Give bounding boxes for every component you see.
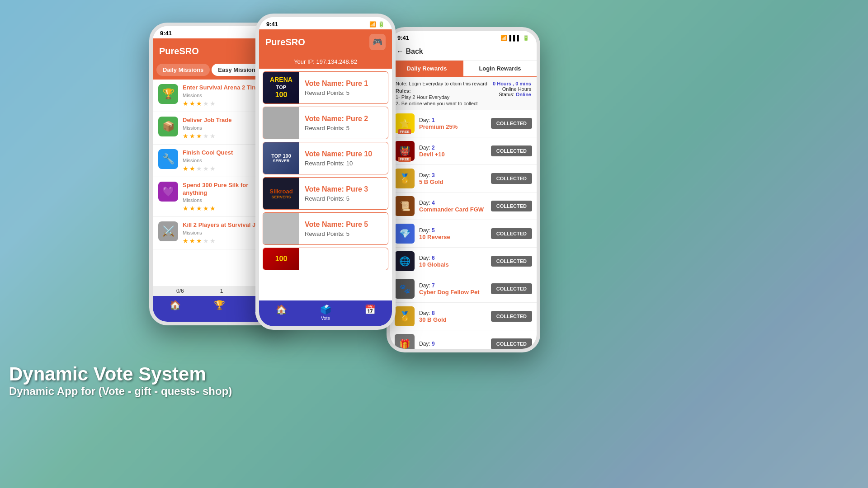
list-item[interactable]: 🥇 Day: 3 5 B Gold COLLECTED xyxy=(390,165,537,192)
list-item[interactable]: 🥇 Day: 8 30 B Gold COLLECTED xyxy=(390,303,537,330)
vote-info-1: Vote Name: Pure 1 Reward Points: 5 xyxy=(299,76,388,100)
mission-icon-2: 📦 xyxy=(158,117,178,136)
vote-name-2: Vote Name: Pure 2 xyxy=(305,115,382,123)
mission-icon-5: ⚔️ xyxy=(158,221,178,241)
list-item[interactable]: 🌐 Day: 6 10 Globals COLLECTED xyxy=(390,248,537,275)
list-item[interactable]: 🎁 Day: 9 COLLECTED xyxy=(390,330,537,349)
list-item[interactable]: 🐾 Day: 7 Cyber Dog Fellow Pet COLLECTED xyxy=(390,275,537,303)
nav-trophy-1[interactable]: 🏆 xyxy=(197,300,241,316)
status-bar-2: 9:41 📶 🔋 xyxy=(259,17,392,29)
app-header-2: PureSRO 🎮 xyxy=(259,29,392,55)
reward-name-4: Commander Card FGW xyxy=(419,206,486,213)
collected-button-8[interactable]: COLLECTED xyxy=(491,311,532,322)
nav-home-1[interactable]: 🏠 xyxy=(153,300,197,316)
status-label: Status: xyxy=(499,92,514,97)
overlay-text-container: Dynamic Vote System Dynamic App for (Vot… xyxy=(9,363,232,398)
reward-item-info-7: Day: 7 Cyber Dog Fellow Pet xyxy=(419,282,486,296)
list-item[interactable]: ⭐ FREE Day: 1 Premium 25% COLLECTED xyxy=(390,110,537,137)
collected-button-5[interactable]: COLLECTED xyxy=(491,228,532,239)
reward-icon-1: ⭐ FREE xyxy=(395,113,415,133)
status-value: Online xyxy=(516,92,531,97)
collected-button-3[interactable]: COLLECTED xyxy=(491,173,532,184)
reward-item-info-3: Day: 3 5 B Gold xyxy=(419,172,486,185)
rule-1: 1- Play 2 Hour Everyday xyxy=(396,94,487,100)
vote-name-3: Vote Name: Pure 10 xyxy=(305,150,382,158)
mission-icon-1: 🏆 xyxy=(158,84,178,104)
reward-name-5: 10 Reverse xyxy=(419,234,486,240)
vote-points-5: Reward Points: 5 xyxy=(305,230,382,237)
vote-name-5: Vote Name: Pure 5 xyxy=(305,221,382,229)
tab-login-rewards[interactable]: Login Rewards xyxy=(463,61,537,76)
header-menu-icon-2[interactable]: 🎮 xyxy=(369,34,386,50)
home-icon: 🏠 xyxy=(170,300,181,310)
reward-icon-7: 🐾 xyxy=(395,279,415,299)
vote-name-1: Vote Name: Pure 1 xyxy=(305,80,382,88)
nav-home-2[interactable]: 🏠 xyxy=(259,304,303,321)
day-label-6: Day: 6 xyxy=(419,255,486,261)
reward-name-8: 30 B Gold xyxy=(419,316,486,323)
list-item[interactable]: 📜 Day: 4 Commander Card FGW COLLECTED xyxy=(390,192,537,220)
calendar-icon: 📅 xyxy=(364,304,376,315)
list-item[interactable]: Silkroad SERVERS Vote Name: Pure 3 Rewar… xyxy=(263,177,388,210)
list-item[interactable]: TOP 100 SERVER Vote Name: Pure 10 Reward… xyxy=(263,142,388,174)
status-bar-3: 9:41 📶 ▌▌▌ 🔋 xyxy=(390,31,537,43)
nav-vote[interactable]: 🗳️ Vote xyxy=(303,304,348,321)
vote-icon: 🗳️ xyxy=(320,304,331,315)
reward-icon-3: 🥇 xyxy=(395,169,415,188)
rewards-list: ⭐ FREE Day: 1 Premium 25% COLLECTED 👹 FR… xyxy=(390,110,537,349)
time-3: 9:41 xyxy=(397,34,409,41)
note-text: Note: Login Everyday to claim this rewar… xyxy=(396,81,487,86)
reward-icon-2: 👹 FREE xyxy=(395,141,415,161)
day-label-7: Day: 7 xyxy=(419,282,486,289)
reward-name-3: 5 B Gold xyxy=(419,178,486,185)
tab-daily-rewards[interactable]: Daily Rewards xyxy=(390,61,463,76)
online-label: Online Hours xyxy=(493,86,531,92)
phone-vote: 9:41 📶 🔋 PureSRO 🎮 Your IP: 197.134.248.… xyxy=(255,14,396,330)
battery-icon-2: 🔋 xyxy=(378,21,385,28)
reward-icon-8: 🥇 xyxy=(395,306,415,326)
list-item[interactable]: 100 xyxy=(263,248,388,270)
reward-name-7: Cyber Dog Fellow Pet xyxy=(419,289,486,296)
battery-icon-3: 🔋 xyxy=(523,35,529,41)
reward-item-info-9: Day: 9 xyxy=(419,341,486,347)
your-ip-bar: Your IP: 197.134.248.82 xyxy=(259,55,392,69)
collected-button-1[interactable]: COLLECTED xyxy=(491,118,532,129)
collected-button-9[interactable]: COLLECTED xyxy=(491,338,532,349)
day-label-2: Day: 2 xyxy=(419,145,486,151)
free-badge-1: FREE xyxy=(398,129,411,134)
count-left: 0/6 xyxy=(176,288,184,294)
collected-button-4[interactable]: COLLECTED xyxy=(491,201,532,211)
phone-rewards: 9:41 📶 ▌▌▌ 🔋 ← Back Daily Rewards Login … xyxy=(387,27,540,352)
free-badge-2: FREE xyxy=(398,157,411,162)
note-right: 0 Hours , 0 mins Online Hours Status: On… xyxy=(493,81,531,106)
vote-thumb-2 xyxy=(263,107,299,139)
collected-button-6[interactable]: COLLECTED xyxy=(491,256,532,267)
collected-button-7[interactable]: COLLECTED xyxy=(491,283,532,294)
vote-thumb-6: 100 xyxy=(263,248,299,270)
back-button[interactable]: ← Back xyxy=(396,47,423,56)
nav-calendar[interactable]: 📅 xyxy=(348,304,392,321)
vote-points-1: Reward Points: 5 xyxy=(305,89,382,96)
signal-icon-3: ▌▌▌ xyxy=(509,35,521,41)
list-item[interactable]: 👹 FREE Day: 2 Devil +10 COLLECTED xyxy=(390,137,537,165)
collected-button-2[interactable]: COLLECTED xyxy=(491,145,532,156)
reward-item-info-1: Day: 1 Premium 25% xyxy=(419,117,486,130)
count-mid: 1 xyxy=(220,288,223,294)
reward-item-info-2: Day: 2 Devil +10 xyxy=(419,145,486,158)
nav-vote-label: Vote xyxy=(321,316,330,321)
rule-2: 2- Be online when you want to collect xyxy=(396,101,487,106)
list-item[interactable]: Vote Name: Pure 2 Reward Points: 5 xyxy=(263,107,388,139)
day-label-4: Day: 4 xyxy=(419,200,486,206)
list-item[interactable]: ARENA TOP 100 Vote Name: Pure 1 Reward P… xyxy=(263,71,388,104)
app-title-2: PureSRO xyxy=(265,37,305,47)
vote-thumb-1: ARENA TOP 100 xyxy=(263,71,299,104)
list-item[interactable]: 💎 Day: 5 10 Reverse COLLECTED xyxy=(390,220,537,248)
reward-name-1: Premium 25% xyxy=(419,123,486,130)
home-icon-2: 🏠 xyxy=(276,304,287,315)
note-left: Note: Login Everyday to claim this rewar… xyxy=(396,81,487,106)
mission-icon-4: 💜 xyxy=(158,182,178,202)
tab-daily-missions[interactable]: Daily Missions xyxy=(156,64,210,76)
reward-name-6: 10 Globals xyxy=(419,261,486,268)
list-item[interactable]: Vote Name: Pure 5 Reward Points: 5 xyxy=(263,212,388,245)
wifi-icon-2: 📶 xyxy=(369,21,376,28)
